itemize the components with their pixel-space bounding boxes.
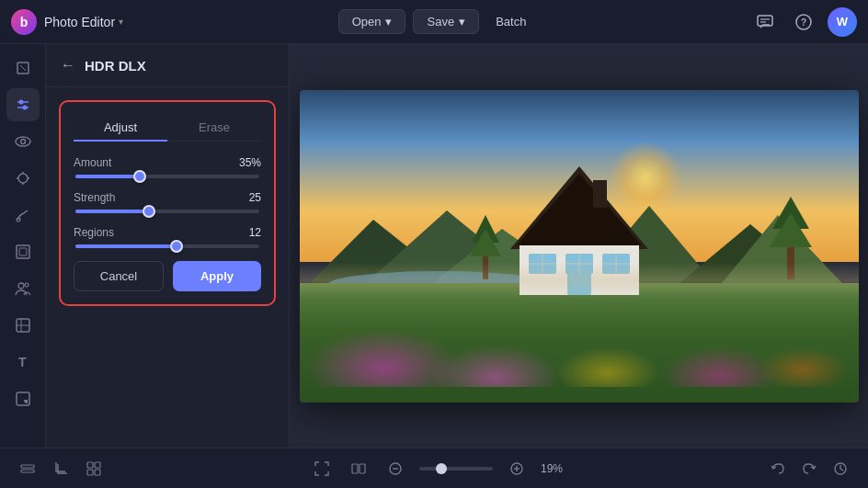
crop-button[interactable] [48, 456, 74, 482]
bottom-left-tools [15, 456, 107, 482]
svg-rect-56 [87, 470, 93, 475]
side-panel: ← HDR DLX Adjust Erase Amount 35% [46, 44, 290, 448]
panel-title: HDR DLX [85, 58, 146, 74]
svg-rect-52 [21, 465, 34, 468]
text-tool-button[interactable]: T [6, 346, 40, 379]
svg-rect-20 [19, 248, 27, 255]
help-button[interactable]: ? [789, 7, 818, 37]
view-tool-button[interactable] [6, 125, 40, 158]
svg-point-9 [18, 100, 23, 105]
adjustment-tabs: Adjust Erase [74, 115, 261, 142]
svg-rect-58 [352, 464, 358, 473]
zoom-value: 19% [541, 462, 563, 475]
apply-button[interactable]: Apply [173, 261, 261, 291]
sticker-tool-button[interactable] [6, 382, 40, 415]
scene-image [300, 90, 859, 403]
regions-label: Regions [74, 226, 114, 239]
amount-value: 35% [239, 156, 261, 169]
svg-point-21 [18, 283, 24, 289]
strength-label: Strength [74, 191, 115, 204]
zoom-in-button[interactable] [504, 456, 530, 482]
regions-slider-track[interactable] [75, 244, 259, 248]
history-button[interactable] [828, 456, 853, 482]
svg-point-11 [16, 137, 30, 146]
svg-text:T: T [18, 355, 27, 369]
crop-tool-button[interactable] [6, 51, 40, 85]
topbar-right: ? W [750, 7, 857, 37]
topbar-center: Open ▾ Save ▾ Batch [123, 9, 750, 34]
svg-rect-57 [95, 470, 100, 475]
redo-button[interactable] [796, 456, 822, 482]
amount-label: Amount [74, 156, 111, 169]
app-logo[interactable]: b [11, 9, 37, 35]
amount-slider-group: Amount 35% [74, 156, 261, 178]
zoom-slider[interactable] [419, 467, 493, 471]
template-tool-button[interactable] [6, 309, 40, 342]
flower-layer [300, 293, 859, 387]
strength-slider-fill [75, 210, 149, 213]
zoom-slider-thumb[interactable] [436, 463, 447, 474]
left-toolbar: T [0, 44, 46, 448]
amount-label-row: Amount 35% [74, 156, 261, 169]
comment-button[interactable] [750, 7, 780, 37]
adjustment-actions: Cancel Apply [74, 261, 261, 291]
regions-slider-group: Regions 12 [74, 226, 261, 248]
expand-button[interactable] [309, 456, 335, 482]
bottom-center-tools: 19% [309, 456, 563, 482]
frame-tool-button[interactable] [6, 235, 40, 268]
save-button[interactable]: Save ▾ [413, 9, 479, 34]
svg-rect-54 [87, 462, 93, 468]
panel-header: ← HDR DLX [46, 44, 289, 87]
open-chevron-icon: ▾ [385, 15, 392, 28]
svg-rect-34 [593, 180, 607, 208]
svg-marker-33 [517, 174, 642, 245]
strength-slider-group: Strength 25 [74, 191, 261, 213]
undo-button[interactable] [765, 456, 791, 482]
svg-text:?: ? [801, 17, 806, 28]
layers-button[interactable] [15, 456, 40, 482]
svg-point-12 [20, 140, 25, 144]
save-chevron-icon: ▾ [459, 15, 465, 28]
regions-label-row: Regions 12 [74, 226, 261, 239]
regions-slider-fill [75, 244, 177, 248]
svg-marker-51 [770, 213, 812, 247]
photo-container [300, 90, 859, 403]
svg-point-13 [18, 174, 28, 183]
strength-slider-track[interactable] [75, 210, 259, 213]
app-title: Photo Editor [44, 15, 115, 29]
topbar: b Photo Editor ▾ Open ▾ Save ▾ Batch ? [0, 0, 868, 44]
svg-rect-19 [17, 245, 29, 258]
back-button[interactable]: ← [61, 57, 75, 74]
strength-value: 25 [249, 191, 261, 204]
bottom-right-tools [765, 456, 853, 482]
zoom-out-button[interactable] [383, 456, 408, 482]
amount-slider-fill [75, 175, 140, 178]
tab-adjust[interactable]: Adjust [74, 115, 167, 142]
amount-slider-thumb[interactable] [133, 170, 146, 183]
grid-button[interactable] [81, 456, 107, 482]
regions-value: 12 [249, 226, 261, 239]
cancel-button[interactable]: Cancel [74, 261, 164, 291]
tab-erase[interactable]: Erase [167, 115, 261, 142]
main-area: T ← HDR DLX Adjust Erase Amount [0, 44, 868, 448]
amount-slider-track[interactable] [75, 175, 259, 178]
people-tool-button[interactable] [6, 272, 40, 305]
open-button[interactable]: Open ▾ [338, 9, 406, 34]
svg-rect-55 [95, 462, 100, 468]
svg-rect-59 [360, 464, 365, 473]
batch-button[interactable]: Batch [486, 10, 535, 33]
canvas-area [290, 44, 868, 448]
adjust-tool-button[interactable] [6, 88, 40, 121]
magic-tool-button[interactable] [6, 162, 40, 195]
adjustment-box: Adjust Erase Amount 35% Strength 25 [59, 100, 276, 306]
compare-button[interactable] [346, 456, 371, 482]
svg-rect-53 [21, 470, 34, 472]
haze-layer [300, 262, 859, 299]
user-avatar[interactable]: W [828, 7, 857, 37]
brush-tool-button[interactable] [6, 199, 40, 232]
svg-line-6 [20, 65, 26, 71]
regions-slider-thumb[interactable] [170, 240, 183, 253]
bottom-bar: 19% [0, 448, 868, 488]
strength-slider-thumb[interactable] [143, 205, 155, 218]
svg-point-10 [22, 106, 27, 110]
